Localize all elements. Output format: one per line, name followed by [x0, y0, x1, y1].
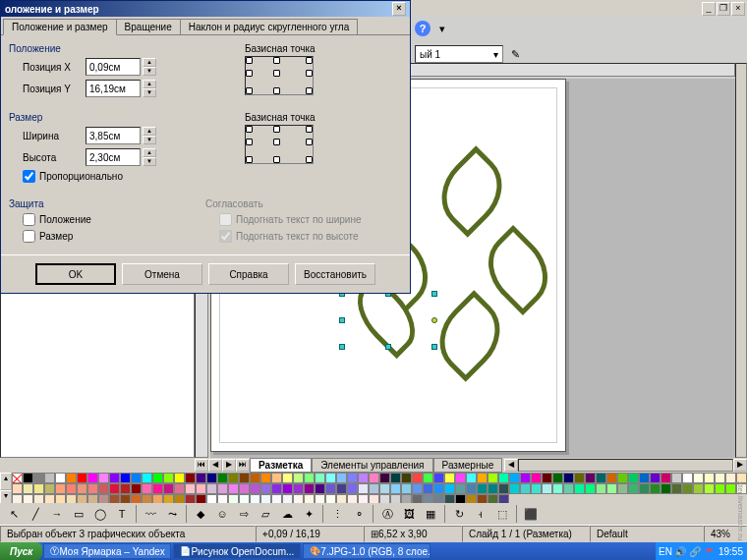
color-swatch[interactable]	[650, 483, 661, 494]
color-swatch[interactable]	[271, 483, 282, 494]
color-swatch[interactable]	[444, 473, 455, 483]
color-swatch[interactable]	[542, 483, 552, 494]
color-swatch[interactable]	[185, 483, 196, 494]
tab-dimension[interactable]: Размерные	[433, 458, 503, 473]
tray-network-icon[interactable]: 🔗	[689, 545, 701, 557]
width-up[interactable]: ▲	[143, 127, 156, 136]
color-swatch[interactable]	[596, 473, 606, 483]
pos-y-input[interactable]	[86, 80, 141, 97]
color-swatch[interactable]	[639, 483, 650, 494]
color-swatch[interactable]	[455, 483, 466, 494]
color-swatch[interactable]	[185, 473, 196, 483]
help-button[interactable]: Справка	[208, 263, 289, 285]
color-swatch[interactable]	[466, 473, 477, 483]
color-swatch[interactable]	[488, 473, 498, 483]
child-minimize-button[interactable]: _	[702, 2, 716, 16]
color-swatch[interactable]	[315, 473, 325, 483]
dialog-close-button[interactable]: ×	[392, 2, 406, 16]
color-swatch[interactable]	[379, 473, 390, 483]
color-swatch[interactable]	[520, 483, 531, 494]
color-nav-up[interactable]: ▴	[0, 473, 12, 490]
color-swatch[interactable]	[142, 483, 152, 494]
color-swatch[interactable]	[574, 473, 585, 483]
handle-rotation[interactable]	[431, 317, 437, 323]
color-swatch[interactable]	[444, 483, 455, 494]
color-swatch[interactable]	[239, 483, 250, 494]
color-swatch[interactable]	[725, 473, 736, 483]
color-swatch[interactable]	[336, 483, 347, 494]
color-swatch[interactable]	[401, 483, 412, 494]
color-swatch[interactable]	[23, 473, 33, 483]
color-swatch[interactable]	[282, 483, 293, 494]
select-tool-icon[interactable]: ↖	[4, 505, 24, 523]
color-swatch[interactable]	[390, 483, 401, 494]
color-swatch[interactable]	[379, 483, 390, 494]
base-point-pos-selector[interactable]	[245, 56, 314, 95]
color-swatch[interactable]	[206, 483, 217, 494]
fontwork-icon[interactable]: Ⓐ	[377, 505, 397, 523]
color-swatch[interactable]	[563, 483, 574, 494]
color-swatch[interactable]	[66, 483, 77, 494]
color-swatch[interactable]	[477, 483, 488, 494]
tab-rotation[interactable]: Вращение	[116, 19, 181, 34]
pos-y-up[interactable]: ▲	[143, 80, 156, 88]
ok-button[interactable]: OK	[35, 263, 116, 285]
color-swatch[interactable]	[152, 483, 163, 494]
color-swatch[interactable]	[87, 483, 98, 494]
color-swatch[interactable]	[44, 483, 55, 494]
pos-x-down[interactable]: ▼	[143, 67, 156, 76]
color-swatch[interactable]	[423, 473, 433, 483]
color-swatch[interactable]	[347, 483, 358, 494]
horizontal-scrollbar[interactable]	[518, 459, 733, 472]
scroll-right[interactable]: ▶	[733, 459, 747, 472]
color-swatch[interactable]	[412, 473, 423, 483]
help-icon[interactable]: ?	[415, 21, 431, 36]
protect-size-checkbox[interactable]	[23, 230, 35, 243]
flowchart-icon[interactable]: ▱	[256, 505, 275, 523]
taskbar-item-yandex[interactable]: Ⓨ Моя Ярмарка – Yandex	[43, 543, 171, 559]
tab-nav-first[interactable]: ⏮	[195, 459, 208, 472]
color-swatch[interactable]	[531, 473, 542, 483]
color-swatch[interactable]	[315, 483, 325, 494]
color-swatch[interactable]	[477, 473, 488, 483]
color-swatch[interactable]	[542, 473, 552, 483]
scroll-left[interactable]: ◀	[504, 459, 518, 472]
color-swatch[interactable]	[509, 473, 520, 483]
color-swatch[interactable]	[325, 483, 336, 494]
color-swatch[interactable]	[228, 473, 239, 483]
rotate-icon[interactable]: ↻	[449, 505, 469, 523]
color-swatch[interactable]	[23, 483, 33, 494]
cancel-button[interactable]: Отмена	[122, 263, 202, 285]
color-swatch[interactable]	[271, 473, 282, 483]
color-swatch[interactable]	[12, 483, 23, 494]
color-swatch[interactable]	[412, 483, 423, 494]
color-swatch[interactable]	[196, 483, 206, 494]
arrow-tool-icon[interactable]: →	[47, 505, 67, 523]
tab-controls[interactable]: Элементы управления	[312, 458, 432, 473]
color-swatch[interactable]	[239, 473, 250, 483]
color-swatch[interactable]	[552, 473, 563, 483]
start-button[interactable]: Пуск	[0, 542, 42, 560]
shapes-tool-icon[interactable]: ◆	[191, 505, 210, 523]
color-swatch[interactable]	[704, 483, 715, 494]
color-swatch[interactable]	[152, 473, 163, 483]
color-swatch[interactable]	[217, 473, 228, 483]
rect-tool-icon[interactable]: ▭	[69, 505, 88, 523]
color-swatch[interactable]	[606, 473, 617, 483]
color-swatch[interactable]	[725, 483, 736, 494]
width-input[interactable]	[86, 127, 141, 144]
color-swatch[interactable]	[650, 473, 661, 483]
color-swatch[interactable]	[77, 473, 87, 483]
color-swatch[interactable]	[109, 473, 120, 483]
color-swatch[interactable]	[336, 473, 347, 483]
height-input[interactable]	[86, 148, 141, 166]
handle-w[interactable]	[339, 317, 345, 323]
color-swatch[interactable]	[628, 473, 639, 483]
tray-volume-icon[interactable]: 🔊	[674, 545, 686, 557]
color-swatch[interactable]	[260, 483, 271, 494]
tab-nav-prev[interactable]: ◀	[208, 459, 222, 472]
color-swatch[interactable]	[661, 483, 671, 494]
color-swatch[interactable]	[55, 473, 66, 483]
color-swatch[interactable]	[87, 473, 98, 483]
color-swatch[interactable]	[33, 473, 44, 483]
